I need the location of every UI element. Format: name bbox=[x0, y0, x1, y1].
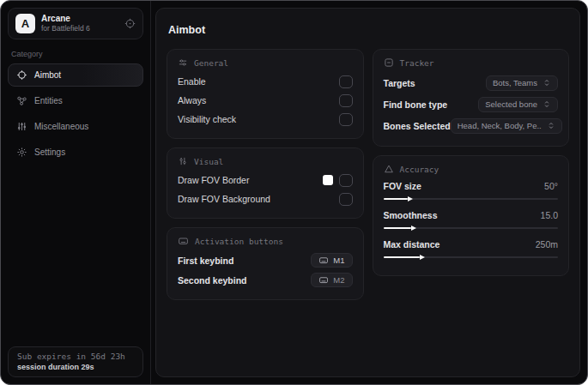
controls-group bbox=[323, 174, 353, 187]
slider-value: 250m bbox=[536, 239, 558, 250]
keyboard-icon bbox=[178, 236, 189, 246]
sidebar-item-aimbot[interactable]: Aimbot bbox=[8, 63, 143, 87]
row-label: Targets bbox=[384, 78, 415, 88]
fov-size-group: FOV size 50° bbox=[384, 178, 559, 200]
fov-size-head: FOV size 50° bbox=[384, 178, 559, 194]
activation-card-title: Activation buttons bbox=[178, 236, 353, 246]
select-value: Selected bone bbox=[485, 99, 537, 109]
slider-thumb[interactable] bbox=[408, 196, 413, 202]
app-meta: Arcane for Battlefield 6 bbox=[41, 14, 90, 33]
tracker-card-title: Tracker bbox=[384, 57, 559, 68]
row-label: Smoothness bbox=[384, 210, 438, 220]
section-title: General bbox=[194, 58, 228, 68]
sidebar-item-settings[interactable]: Settings bbox=[8, 141, 143, 164]
chevrons-up-down-icon bbox=[543, 99, 551, 109]
slider-thumb[interactable] bbox=[411, 226, 416, 231]
row-label: Enable bbox=[178, 76, 206, 87]
accuracy-card-title: Accuracy bbox=[384, 164, 559, 174]
app-window: A Arcane for Battlefield 6 Category Aimb… bbox=[0, 0, 588, 385]
max-distance-head: Max distance 250m bbox=[384, 237, 559, 252]
right-column: Tracker Targets Bots, Teams bbox=[373, 49, 570, 285]
general-card: General Enable Always Visibility check bbox=[167, 49, 364, 139]
smoothness-group: Smoothness 15.0 bbox=[384, 208, 559, 229]
keybind-value: M2 bbox=[333, 275, 344, 285]
chevrons-up-down-icon bbox=[547, 121, 555, 130]
equalizer-icon bbox=[16, 121, 27, 132]
accuracy-card: Accuracy FOV size 50° bbox=[373, 155, 570, 276]
triangle-icon bbox=[384, 164, 394, 174]
sidebar-item-label: Entities bbox=[34, 96, 63, 105]
row-label: Max distance bbox=[384, 239, 440, 250]
row-label: Second keybind bbox=[178, 275, 247, 286]
visual-card-title: Visual bbox=[178, 156, 353, 166]
bones-selected-row: Bones Selected Head, Neck, Body, Pe.. bbox=[384, 115, 559, 136]
row-label: Bones Selected bbox=[384, 121, 451, 131]
sidebar-item-label: Miscellaneous bbox=[34, 122, 88, 131]
sidebar-item-label: Settings bbox=[34, 147, 65, 157]
slider-value: 15.0 bbox=[541, 210, 558, 220]
smoothness-slider[interactable] bbox=[384, 227, 559, 229]
row-label: Find bone type bbox=[384, 99, 448, 110]
row-label: Draw FOV Background bbox=[178, 194, 270, 204]
targets-row: Targets Bots, Teams bbox=[384, 72, 559, 93]
crosshair-icon bbox=[16, 69, 27, 81]
square-minus-icon bbox=[384, 57, 394, 68]
max-distance-group: Max distance 250m bbox=[384, 237, 559, 258]
draw-fov-background-row: Draw FOV Background bbox=[178, 189, 353, 208]
visual-card: Visual Draw FOV Border Draw FOV Backgrou… bbox=[167, 147, 364, 219]
slider-thumb[interactable] bbox=[420, 255, 425, 260]
main-panel: Aimbot General Enable bbox=[155, 8, 580, 377]
focus-crosshair-icon[interactable] bbox=[124, 18, 136, 29]
always-checkbox[interactable] bbox=[339, 94, 353, 107]
smoothness-head: Smoothness 15.0 bbox=[384, 208, 559, 223]
draw-fov-border-row: Draw FOV Border bbox=[178, 171, 353, 189]
enable-row: Enable bbox=[178, 72, 353, 91]
visibility-check-checkbox[interactable] bbox=[339, 113, 353, 126]
category-label: Category bbox=[11, 50, 140, 58]
keyboard-icon bbox=[318, 275, 329, 285]
sidebar: A Arcane for Battlefield 6 Category Aimb… bbox=[1, 1, 151, 384]
enable-checkbox[interactable] bbox=[339, 75, 353, 88]
sidebar-item-label: Aimbot bbox=[34, 70, 61, 80]
section-title: Activation buttons bbox=[195, 237, 283, 246]
fov-size-slider[interactable] bbox=[384, 198, 559, 200]
first-keybind-button[interactable]: M1 bbox=[311, 253, 352, 268]
sliders-horizontal-icon bbox=[178, 57, 188, 68]
bones-selected-select[interactable]: Head, Neck, Body, Pe.. bbox=[451, 118, 562, 134]
row-label: First keybind bbox=[178, 256, 233, 266]
slider-fill bbox=[384, 198, 408, 200]
color-swatch[interactable] bbox=[323, 175, 333, 185]
left-column: General Enable Always Visibility check bbox=[167, 49, 364, 309]
session-duration-text: session duration 29s bbox=[17, 363, 134, 371]
section-title: Visual bbox=[194, 157, 223, 166]
second-keybind-button[interactable]: M2 bbox=[311, 273, 352, 287]
slider-value: 50° bbox=[544, 181, 558, 191]
sliders-vertical-icon bbox=[178, 156, 188, 166]
app-name: Arcane bbox=[41, 14, 90, 24]
select-value: Bots, Teams bbox=[493, 78, 537, 87]
find-bone-type-select[interactable]: Selected bone bbox=[478, 97, 558, 112]
section-title: Accuracy bbox=[400, 165, 439, 174]
general-card-title: General bbox=[178, 57, 353, 68]
draw-fov-background-checkbox[interactable] bbox=[339, 193, 353, 206]
find-bone-type-row: Find bone type Selected bone bbox=[384, 93, 559, 115]
max-distance-slider[interactable] bbox=[384, 256, 559, 258]
app-header: A Arcane for Battlefield 6 bbox=[8, 8, 143, 39]
row-label: Draw FOV Border bbox=[178, 175, 249, 185]
row-label: Always bbox=[178, 95, 206, 105]
row-label: Visibility check bbox=[178, 114, 236, 124]
chevrons-up-down-icon bbox=[543, 78, 551, 87]
targets-select[interactable]: Bots, Teams bbox=[486, 75, 558, 91]
draw-fov-border-checkbox[interactable] bbox=[339, 174, 353, 187]
page-title: Aimbot bbox=[168, 24, 569, 36]
select-value: Head, Neck, Body, Pe.. bbox=[458, 121, 542, 130]
tracker-card: Tracker Targets Bots, Teams bbox=[373, 49, 570, 147]
sidebar-item-miscellaneous[interactable]: Miscellaneous bbox=[8, 115, 143, 138]
always-row: Always bbox=[178, 91, 353, 110]
entities-icon bbox=[16, 95, 27, 106]
slider-fill bbox=[384, 227, 412, 229]
activation-buttons-card: Activation buttons First keybind M1 bbox=[167, 227, 364, 300]
app-logo: A bbox=[15, 14, 35, 33]
sidebar-item-entities[interactable]: Entities bbox=[8, 89, 143, 112]
content-columns: General Enable Always Visibility check bbox=[167, 49, 569, 309]
